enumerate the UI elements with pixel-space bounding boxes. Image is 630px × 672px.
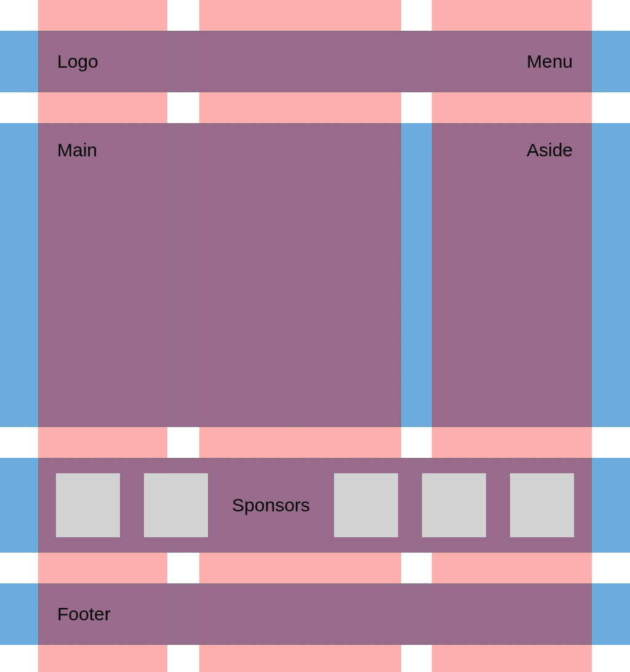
main-label: Main (57, 140, 97, 160)
sponsor-placeholder (510, 473, 574, 537)
footer-label: Footer (57, 604, 111, 625)
footer-region: Footer (38, 583, 592, 645)
header-region: Logo Menu (38, 31, 592, 92)
sponsor-placeholder (422, 473, 486, 537)
sponsor-placeholder (144, 473, 208, 537)
sponsors-region: Sponsors (38, 458, 592, 553)
menu-label: Menu (527, 51, 573, 72)
aside-label: Aside (527, 140, 573, 160)
main-region: Main (38, 123, 401, 427)
sponsor-placeholder (334, 473, 398, 537)
logo-label: Logo (57, 51, 98, 72)
aside-region: Aside (432, 123, 592, 427)
sponsors-label: Sponsors (232, 495, 310, 516)
sponsor-placeholder (56, 473, 120, 537)
